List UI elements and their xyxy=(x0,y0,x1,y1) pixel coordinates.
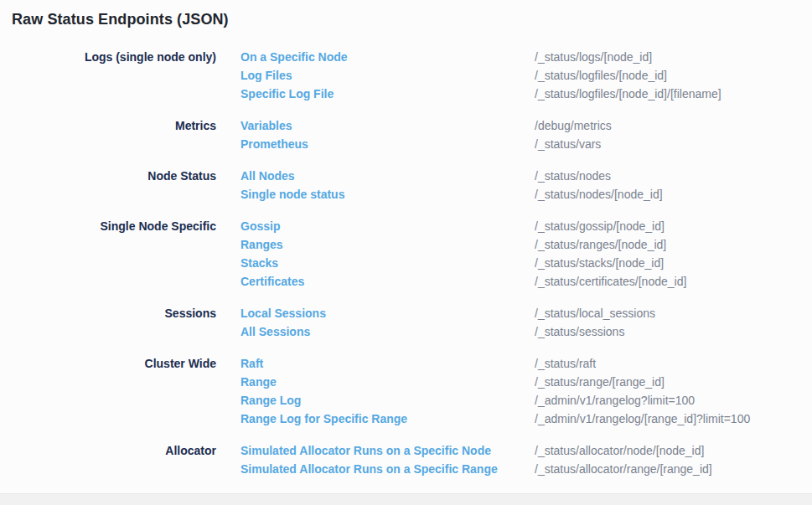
group-links: Simulated Allocator Runs on a Specific N… xyxy=(240,441,535,478)
endpoint-group: Allocator Simulated Allocator Runs on a … xyxy=(12,441,800,478)
endpoint-path: /_status/vars xyxy=(535,135,800,153)
endpoint-link[interactable]: Simulated Allocator Runs on a Specific N… xyxy=(240,441,491,460)
endpoint-group: Single Node Specific GossipRangesStacksC… xyxy=(12,217,800,291)
group-links: VariablesPrometheus xyxy=(240,116,535,153)
endpoint-path: /_status/certificates/[node_id] xyxy=(535,272,800,291)
page-title: Raw Status Endpoints (JSON) xyxy=(12,11,800,28)
endpoint-path: /_admin/v1/rangelog/[range_id]?limit=100 xyxy=(535,410,800,428)
group-links: All NodesSingle node status xyxy=(240,167,535,204)
endpoint-path: /_status/local_sessions xyxy=(535,304,800,322)
group-paths: /_status/raft/_status/range/[range_id]/_… xyxy=(535,354,800,428)
endpoint-group: Sessions Local SessionsAll Sessions /_st… xyxy=(12,304,800,341)
group-category-label: Sessions xyxy=(12,304,216,322)
group-category-label: Single Node Specific xyxy=(12,217,216,235)
endpoint-path: /debug/metrics xyxy=(535,116,800,135)
endpoint-path: /_status/gossip/[node_id] xyxy=(535,217,800,235)
endpoint-link[interactable]: Specific Log File xyxy=(240,85,334,103)
group-category-label: Allocator xyxy=(12,441,216,460)
group-links: Local SessionsAll Sessions xyxy=(240,304,535,341)
endpoint-link[interactable]: Log Files xyxy=(240,66,292,85)
endpoint-group: Node Status All NodesSingle node status … xyxy=(12,167,800,204)
endpoint-link[interactable]: On a Specific Node xyxy=(240,48,348,66)
endpoint-link[interactable]: Variables xyxy=(240,116,292,135)
group-paths: /_status/local_sessions/_status/sessions xyxy=(535,304,800,341)
group-links: GossipRangesStacksCertificates xyxy=(240,217,535,291)
endpoint-path: /_status/allocator/range/[range_id] xyxy=(535,460,800,478)
endpoint-path: /_status/nodes/[node_id] xyxy=(535,185,800,204)
endpoint-link[interactable]: Simulated Allocator Runs on a Specific R… xyxy=(240,460,498,478)
group-paths: /_status/allocator/node/[node_id]/_statu… xyxy=(535,441,800,478)
endpoint-path: /_status/logfiles/[node_id] xyxy=(535,66,800,85)
group-category-label: Cluster Wide xyxy=(12,354,216,373)
group-paths: /debug/metrics/_status/vars xyxy=(535,116,800,153)
group-category-label: Node Status xyxy=(12,167,216,185)
group-links: RaftRangeRange LogRange Log for Specific… xyxy=(240,354,535,428)
endpoint-path: /_status/nodes xyxy=(535,167,800,185)
endpoint-path: /_status/logfiles/[node_id]/[filename] xyxy=(535,85,800,103)
endpoint-link[interactable]: Raft xyxy=(240,354,263,373)
group-category-label: Metrics xyxy=(12,116,216,135)
endpoint-link[interactable]: Local Sessions xyxy=(240,304,326,322)
endpoint-group: Metrics VariablesPrometheus /debug/metri… xyxy=(12,116,800,153)
endpoint-link[interactable]: Range xyxy=(240,373,277,391)
endpoint-link[interactable]: Gossip xyxy=(240,217,280,235)
endpoint-path: /_admin/v1/rangelog?limit=100 xyxy=(535,391,800,410)
endpoint-path: /_status/stacks/[node_id] xyxy=(535,254,800,272)
endpoint-group: Cluster Wide RaftRangeRange LogRange Log… xyxy=(12,354,800,428)
endpoint-link[interactable]: All Nodes xyxy=(240,167,295,185)
group-paths: /_status/gossip/[node_id]/_status/ranges… xyxy=(535,217,800,291)
endpoint-link[interactable]: Prometheus xyxy=(240,135,308,153)
endpoint-path: /_status/logs/[node_id] xyxy=(535,48,800,66)
footer-bar xyxy=(0,493,812,505)
group-paths: /_status/logs/[node_id]/_status/logfiles… xyxy=(535,48,800,103)
endpoint-path: /_status/ranges/[node_id] xyxy=(535,235,800,254)
endpoint-path: /_status/raft xyxy=(535,354,800,373)
endpoint-path: /_status/allocator/node/[node_id] xyxy=(535,441,800,460)
endpoint-group: Logs (single node only) On a Specific No… xyxy=(12,48,800,103)
endpoint-link[interactable]: Stacks xyxy=(240,254,278,272)
endpoint-path: /_status/sessions xyxy=(535,322,800,341)
group-paths: /_status/nodes/_status/nodes/[node_id] xyxy=(535,167,800,204)
endpoint-link[interactable]: Single node status xyxy=(240,185,344,204)
group-links: On a Specific NodeLog FilesSpecific Log … xyxy=(240,48,535,103)
group-category-label: Logs (single node only) xyxy=(12,48,216,66)
endpoint-path: /_status/range/[range_id] xyxy=(535,373,800,391)
endpoint-link[interactable]: Certificates xyxy=(240,272,304,291)
endpoint-groups: Logs (single node only) On a Specific No… xyxy=(12,48,800,478)
endpoint-link[interactable]: Range Log xyxy=(240,391,301,410)
raw-status-endpoints-page: Raw Status Endpoints (JSON) Logs (single… xyxy=(0,0,812,493)
endpoint-link[interactable]: All Sessions xyxy=(240,322,310,341)
endpoint-link[interactable]: Range Log for Specific Range xyxy=(240,410,407,428)
endpoint-link[interactable]: Ranges xyxy=(240,235,283,254)
